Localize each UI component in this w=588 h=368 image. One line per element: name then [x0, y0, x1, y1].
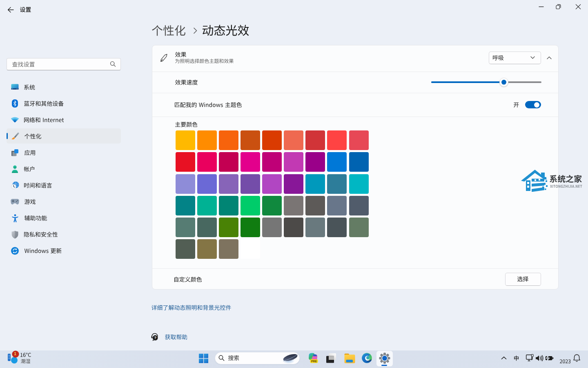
- svg-text:PRE: PRE: [311, 360, 317, 363]
- svg-text:?: ?: [154, 336, 156, 340]
